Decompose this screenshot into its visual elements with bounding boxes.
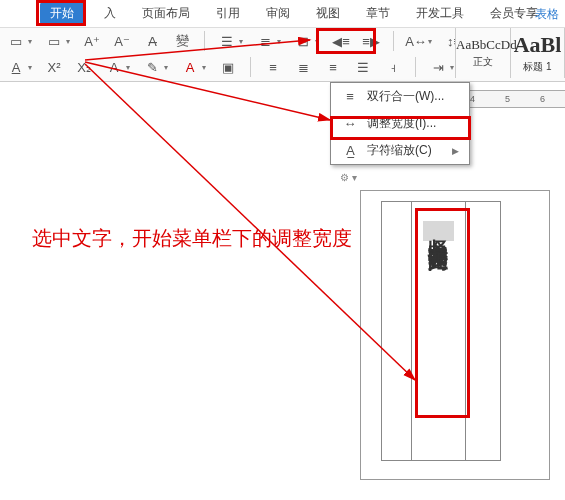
selected-vertical-text[interactable]: 竖向文字调整间距 bbox=[423, 221, 454, 241]
text-effects-button[interactable]: A bbox=[106, 59, 130, 75]
char-border-icon: ▣ bbox=[220, 59, 236, 75]
superscript-button[interactable]: X² bbox=[46, 59, 62, 75]
align-right-button[interactable]: ≡ bbox=[325, 59, 341, 75]
char-border-button[interactable]: ▣ bbox=[220, 59, 236, 75]
text-effects-icon: A bbox=[106, 59, 122, 75]
font-color-button[interactable]: A bbox=[182, 59, 206, 75]
grow-font-icon: A⁺ bbox=[84, 33, 100, 49]
separator bbox=[204, 31, 205, 51]
adjust-width-icon: ↔ bbox=[341, 116, 359, 131]
menu-char-scale[interactable]: A̲ 字符缩放(C) ▶ bbox=[331, 137, 469, 164]
multilevel-icon: ⊟ bbox=[295, 33, 311, 49]
font-color-icon: A bbox=[182, 59, 198, 75]
align-justify-icon: ☰ bbox=[355, 59, 371, 75]
separator bbox=[393, 31, 394, 51]
style-normal[interactable]: AaBbCcDd 正文 bbox=[456, 28, 511, 78]
subscript-icon: X₂ bbox=[76, 59, 92, 75]
page-options-button[interactable]: ⚙ ▾ bbox=[340, 172, 357, 183]
align-left-button[interactable]: ≡ bbox=[265, 59, 281, 75]
tab-settings-button[interactable]: ⇥ bbox=[430, 59, 454, 75]
tab-icon: ⇥ bbox=[430, 59, 446, 75]
char-scale-icon: A↔ bbox=[408, 33, 424, 49]
tab-start[interactable]: 开始 bbox=[40, 2, 84, 25]
shrink-font-button[interactable]: A⁻ bbox=[114, 33, 130, 49]
tab-reference[interactable]: 引用 bbox=[210, 1, 246, 26]
tab-table-partial[interactable]: 表格 bbox=[535, 6, 559, 23]
placeholder-icon: ▭ bbox=[46, 33, 62, 49]
menu-label: 字符缩放(C) bbox=[367, 142, 432, 159]
style-label: 正文 bbox=[456, 55, 510, 69]
superscript-icon: X² bbox=[46, 59, 62, 75]
underline-button[interactable]: A bbox=[8, 59, 32, 75]
highlight-button[interactable]: ✎ bbox=[144, 59, 168, 75]
subscript-button[interactable]: X₂ bbox=[76, 59, 92, 75]
shrink-font-icon: A⁻ bbox=[114, 33, 130, 49]
phonetic-button[interactable]: 變 bbox=[174, 33, 190, 49]
numbering-icon: ≣ bbox=[257, 33, 273, 49]
menu-adjust-width[interactable]: ↔ 调整宽度(I)... bbox=[331, 110, 469, 137]
phonetic-icon: 變 bbox=[174, 33, 190, 49]
separator bbox=[415, 57, 416, 77]
style-preview: AaBbCcDd bbox=[456, 37, 510, 53]
char-scale-button[interactable]: A↔ bbox=[408, 33, 432, 49]
distribute-icon: ⫞ bbox=[385, 59, 401, 75]
ruler-mark: 6 bbox=[540, 94, 545, 104]
tab-view[interactable]: 视图 bbox=[310, 1, 346, 26]
menu-label: 调整宽度(I)... bbox=[367, 115, 436, 132]
bullets-button[interactable]: ☰ bbox=[219, 33, 243, 49]
two-lines-icon: ≡ bbox=[341, 89, 359, 104]
align-center-button[interactable]: ≣ bbox=[295, 59, 311, 75]
placeholder-icon: ▭ bbox=[8, 33, 24, 49]
annotation-text: 选中文字，开始菜单栏下的调整宽度 bbox=[32, 225, 352, 252]
char-scale-icon: A̲ bbox=[341, 143, 359, 158]
style-label: 标题 1 bbox=[511, 60, 564, 74]
font-size-dropdown[interactable]: ▭ bbox=[46, 33, 70, 49]
highlight-icon: ✎ bbox=[144, 59, 160, 75]
style-heading1[interactable]: AaBl 标题 1 bbox=[511, 28, 565, 78]
separator bbox=[250, 57, 251, 77]
tab-insert-partial[interactable]: 入 bbox=[98, 1, 122, 26]
tab-review[interactable]: 审阅 bbox=[260, 1, 296, 26]
grow-font-button[interactable]: A⁺ bbox=[84, 33, 100, 49]
numbering-button[interactable]: ≣ bbox=[257, 33, 281, 49]
increase-indent-button[interactable]: ≡▶ bbox=[363, 33, 379, 49]
menu-tabs: 开始 入 页面布局 引用 审阅 视图 章节 开发工具 会员专享 bbox=[0, 0, 565, 28]
tab-dev-tools[interactable]: 开发工具 bbox=[410, 1, 470, 26]
submenu-arrow-icon: ▶ bbox=[452, 146, 459, 156]
align-right-icon: ≡ bbox=[325, 59, 341, 75]
ruler-mark: 5 bbox=[505, 94, 510, 104]
ruler-mark: 4 bbox=[470, 94, 475, 104]
multilevel-button[interactable]: ⊟ bbox=[295, 33, 319, 49]
align-center-icon: ≣ bbox=[295, 59, 311, 75]
tab-chapter[interactable]: 章节 bbox=[360, 1, 396, 26]
clear-format-button[interactable]: A̶ bbox=[144, 33, 160, 49]
clear-format-icon: A̶ bbox=[144, 33, 160, 49]
document-page[interactable]: 竖向文字调整间距 bbox=[360, 190, 550, 480]
align-left-icon: ≡ bbox=[265, 59, 281, 75]
char-scale-menu: ≡ 双行合一(W)... ↔ 调整宽度(I)... A̲ 字符缩放(C) ▶ bbox=[330, 82, 470, 165]
style-preview: AaBl bbox=[511, 32, 564, 58]
bullets-icon: ☰ bbox=[219, 33, 235, 49]
distribute-button[interactable]: ⫞ bbox=[385, 59, 401, 75]
decrease-indent-button[interactable]: ◀≡ bbox=[333, 33, 349, 49]
font-dropdown[interactable]: ▭ bbox=[8, 33, 32, 49]
align-justify-button[interactable]: ☰ bbox=[355, 59, 371, 75]
styles-gallery: AaBbCcDd 正文 AaBl 标题 1 bbox=[455, 28, 565, 78]
tab-page-layout[interactable]: 页面布局 bbox=[136, 1, 196, 26]
decrease-indent-icon: ◀≡ bbox=[333, 33, 349, 49]
underline-icon: A bbox=[8, 59, 24, 75]
menu-two-lines[interactable]: ≡ 双行合一(W)... bbox=[331, 83, 469, 110]
menu-label: 双行合一(W)... bbox=[367, 88, 444, 105]
increase-indent-icon: ≡▶ bbox=[363, 33, 379, 49]
